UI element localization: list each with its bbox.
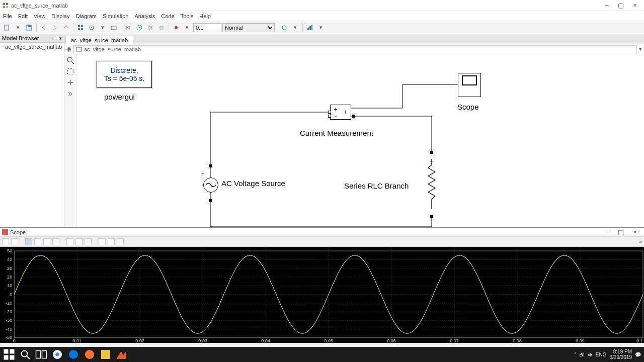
menu-view[interactable]: View xyxy=(34,13,46,19)
scope-maximize-button[interactable]: ▢ xyxy=(614,227,628,237)
up-button[interactable] xyxy=(61,23,71,33)
block-current-measurement[interactable]: +− i xyxy=(330,105,351,120)
scope-autoscale-y-button[interactable] xyxy=(85,238,92,245)
scope-autoscale-button[interactable] xyxy=(66,238,73,245)
menu-bar: File Edit View Display Diagram Simulatio… xyxy=(0,11,644,21)
block-ac-voltage-source[interactable] xyxy=(203,177,218,193)
taskbar-firefox-icon[interactable] xyxy=(84,348,96,360)
close-button[interactable]: × xyxy=(628,1,642,11)
svg-point-83 xyxy=(55,352,59,356)
maximize-button[interactable]: ▢ xyxy=(614,1,628,11)
zoom-icon[interactable] xyxy=(66,56,74,64)
menu-edit[interactable]: Edit xyxy=(18,13,28,19)
block-powergui[interactable]: Discrete, Ts = 5e-05 s. xyxy=(97,61,152,88)
run-button[interactable] xyxy=(134,23,144,33)
scope-toolbar-more[interactable]: » xyxy=(639,239,642,244)
back-button[interactable] xyxy=(39,23,49,33)
scope-minimize-button[interactable]: − xyxy=(600,227,614,237)
svg-point-19 xyxy=(282,26,286,30)
scope-print-button[interactable] xyxy=(2,238,9,245)
config-button[interactable] xyxy=(87,23,97,33)
step-back-button[interactable] xyxy=(123,23,133,33)
save-button[interactable] xyxy=(24,23,34,33)
system-tray[interactable]: ˄ 🗗 🕪 ENG 8:19 PM 3/29/2019 💬 xyxy=(574,349,641,360)
build-dropdown[interactable]: ▾ xyxy=(316,23,326,33)
menu-file[interactable]: File xyxy=(3,13,12,19)
forward-button[interactable] xyxy=(50,23,60,33)
block-scope[interactable] xyxy=(458,73,481,97)
menu-code[interactable]: Code xyxy=(161,13,174,19)
svg-text:0: 0 xyxy=(13,338,16,343)
stop-time-input[interactable] xyxy=(193,23,221,32)
svg-text:30: 30 xyxy=(7,266,12,271)
record-button[interactable] xyxy=(171,23,181,33)
autoarrange-icon[interactable] xyxy=(66,78,74,86)
task-view-icon[interactable] xyxy=(35,348,47,360)
scope-settings-button[interactable] xyxy=(11,238,18,245)
library-browser-button[interactable] xyxy=(75,23,86,33)
hide-icon[interactable]: » xyxy=(66,89,74,98)
minimize-button[interactable]: − xyxy=(600,1,614,11)
fast-restart-dropdown[interactable]: ▾ xyxy=(290,23,300,33)
config-dropdown[interactable]: ▾ xyxy=(98,23,108,33)
scope-measure-button[interactable] xyxy=(117,238,124,245)
svg-text:0.06: 0.06 xyxy=(387,338,396,343)
fast-restart-button[interactable] xyxy=(279,23,289,33)
tray-clock[interactable]: 8:19 PM 3/29/2019 xyxy=(610,349,632,360)
scope-pan-button[interactable] xyxy=(52,238,59,245)
nav-home-icon[interactable]: ◉ xyxy=(66,46,71,52)
ac-voltage-source-label: AC Voltage Source xyxy=(221,179,285,188)
fit-icon[interactable] xyxy=(66,67,74,75)
menu-simulation[interactable]: Simulation xyxy=(103,13,128,19)
scope-zoom-y-button[interactable] xyxy=(43,238,50,245)
svg-text:-50: -50 xyxy=(6,335,12,340)
model-browser-options[interactable]: ⋯ ▾ xyxy=(53,36,62,41)
menu-display[interactable]: Display xyxy=(51,13,69,19)
breadcrumb-dropdown[interactable]: ▾ xyxy=(639,46,642,52)
taskbar-app1-icon[interactable] xyxy=(100,348,112,360)
menu-tools[interactable]: Tools xyxy=(181,13,194,19)
menu-diagram[interactable]: Diagram xyxy=(75,13,97,19)
taskbar-edge-icon[interactable] xyxy=(67,348,79,360)
scope-plot[interactable]: 50 40 30 20 10 0 -10 -20 -30 -40 -50 0 0… xyxy=(0,247,644,343)
port xyxy=(430,151,433,154)
tray-chevron-icon[interactable]: ˄ xyxy=(574,352,577,357)
step-forward-button[interactable] xyxy=(145,23,155,33)
svg-rect-8 xyxy=(81,25,83,27)
scope-cursor-button[interactable] xyxy=(99,238,106,245)
new-model-button[interactable] xyxy=(2,23,12,33)
new-dropdown[interactable]: ▾ xyxy=(13,23,23,33)
scope-lock-button[interactable] xyxy=(108,238,115,245)
port xyxy=(430,215,433,218)
taskbar-chrome-icon[interactable] xyxy=(51,348,63,360)
taskbar-matlab-icon[interactable] xyxy=(116,348,128,360)
svg-rect-6 xyxy=(28,25,31,27)
scope-zoom-x-button[interactable] xyxy=(34,238,41,245)
tab-model[interactable]: ac_vltge_surce_matlab xyxy=(65,36,133,44)
tray-notifications-icon[interactable]: 💬 xyxy=(635,352,641,357)
search-icon[interactable] xyxy=(19,348,31,360)
block-rlc-branch[interactable] xyxy=(427,159,437,211)
scope-autoscale-x-button[interactable] xyxy=(75,238,83,245)
tree-item-root[interactable]: ac_vltge_surce_matlab xyxy=(2,44,62,50)
breadcrumb-path[interactable]: ac_vltge_surce_matlab xyxy=(73,45,637,53)
build-button[interactable] xyxy=(305,23,315,33)
sim-mode-select[interactable]: Normal xyxy=(222,23,275,32)
stop-button[interactable] xyxy=(156,23,167,33)
scope-zoom-button[interactable] xyxy=(25,238,32,245)
powergui-label: powergui xyxy=(104,93,135,101)
record-dropdown[interactable]: ▾ xyxy=(182,23,192,33)
tray-battery-icon[interactable]: 🗗 xyxy=(580,352,585,357)
menu-help[interactable]: Help xyxy=(199,13,211,19)
diagram-canvas[interactable]: Discrete, Ts = 5e-05 s. powergui Scope +… xyxy=(76,54,644,227)
explorer-button[interactable] xyxy=(109,23,119,33)
menu-analysis[interactable]: Analysis xyxy=(134,13,155,19)
start-button[interactable] xyxy=(3,348,15,360)
model-icon xyxy=(76,46,82,52)
tray-lang[interactable]: ENG xyxy=(596,352,607,357)
scope-close-button[interactable]: × xyxy=(628,227,642,237)
svg-text:0.08: 0.08 xyxy=(513,338,522,343)
port xyxy=(209,199,212,202)
tray-wifi-icon[interactable]: 🕪 xyxy=(588,352,593,357)
svg-text:0.04: 0.04 xyxy=(261,338,270,343)
